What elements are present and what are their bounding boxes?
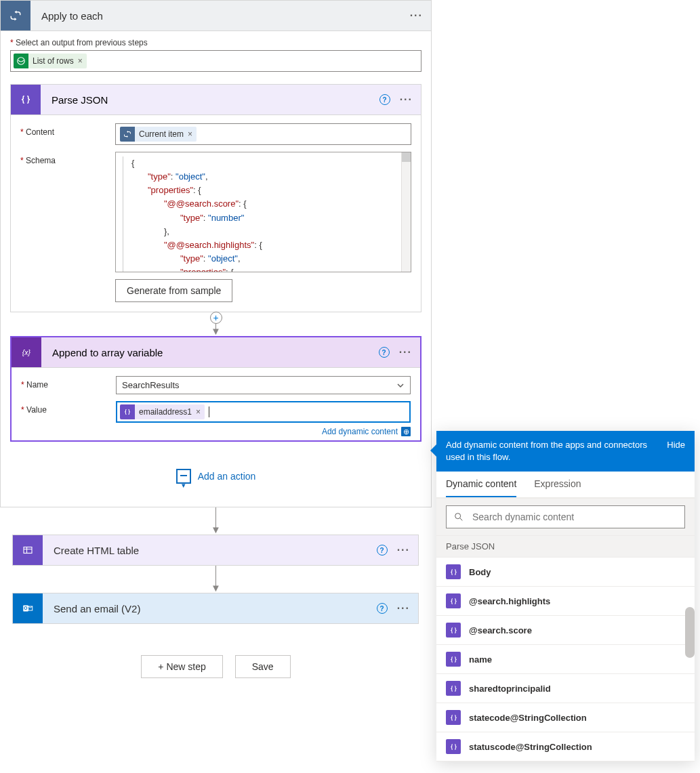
connector-arrow: ▼ [0,507,432,535]
create-html-table-card[interactable]: Create HTML table ? ··· [12,535,419,566]
parse-json-header[interactable]: Parse JSON ? ··· [11,85,421,115]
generate-from-sample-button[interactable]: Generate from sample [115,279,232,302]
connector-arrow: ▼ [0,566,432,593]
dynamic-content-item[interactable]: statecode@StringCollection [436,703,695,732]
schema-textarea[interactable]: {"type": "object","properties": {"@@sear… [115,152,411,272]
apply-to-each-header[interactable]: Apply to each ··· [1,1,431,31]
dynamic-content-group-label: Parse JSON [436,536,695,558]
parse-json-icon [120,404,135,419]
more-icon[interactable]: ··· [399,349,412,356]
token-current-item[interactable]: Current item × [120,127,197,142]
outlook-icon: O [13,593,43,623]
dataverse-icon [14,54,28,68]
dynamic-content-item[interactable]: statuscode@StringCollection [436,732,695,761]
output-label: * Select an output from previous steps [10,38,421,47]
remove-token-icon[interactable]: × [188,129,197,139]
text-cursor [209,406,209,417]
parse-json-icon [446,593,461,608]
send-email-title: Send an email (V2) [43,603,377,614]
more-icon[interactable]: ··· [410,12,423,19]
parse-json-icon [11,85,41,114]
search-dynamic-content-input[interactable] [446,505,685,528]
parse-json-icon [446,681,461,696]
panel-caret-icon [430,444,436,457]
append-to-array-card: {x} Append to array variable ? ··· * Nam… [10,336,421,442]
name-label: * Name [21,376,116,394]
token-emailaddress1[interactable]: emailaddress1 × [120,404,205,419]
dynamic-content-item[interactable]: @search.highlights [436,587,695,616]
svg-point-6 [455,514,461,519]
svg-text:O: O [24,606,27,610]
content-label: * Content [20,123,115,145]
save-button[interactable]: Save [235,655,291,678]
scrollbar[interactable] [401,152,411,272]
output-from-previous-steps-input[interactable]: List of rows × [10,50,421,72]
dynamic-content-item[interactable]: @search.score [436,616,695,645]
search-icon [453,511,464,522]
variable-name-select[interactable]: SearchResults [116,376,411,394]
parse-json-icon [446,623,461,638]
tab-dynamic-content[interactable]: Dynamic content [446,478,516,497]
help-icon[interactable]: ? [379,347,390,358]
parse-json-icon [446,710,461,725]
dynamic-content-item[interactable]: name [436,645,695,674]
value-input[interactable]: emailaddress1 × [116,401,411,423]
insert-step-button[interactable]: + [210,312,222,324]
send-email-card[interactable]: O Send an email (V2) ? ··· [12,593,419,624]
add-dynamic-content-icon: ⊕ [401,427,411,436]
remove-token-icon[interactable]: × [78,56,87,66]
connector-arrow: + ▼ [10,312,421,336]
parse-json-icon [446,564,461,579]
chevron-down-icon [396,381,405,390]
variable-icon: {x} [12,337,41,367]
for-each-icon [1,1,30,30]
append-header[interactable]: {x} Append to array variable ? ··· [12,337,420,368]
parse-json-title: Parse JSON [41,94,379,106]
svg-rect-2 [24,547,32,553]
dynamic-content-item[interactable]: sharedtoprincipalid [436,674,695,703]
add-action-icon [176,469,191,484]
scrollbar-thumb[interactable] [685,607,695,658]
apply-to-each-card: Apply to each ··· * Select an output fro… [0,0,432,507]
content-input[interactable]: Current item × [115,123,411,145]
tab-expression[interactable]: Expression [534,478,581,497]
more-icon[interactable]: ··· [400,96,413,103]
dynamic-content-item[interactable]: Body [436,558,695,587]
add-action-button[interactable]: Add an action [10,442,421,497]
parse-json-icon [446,652,461,667]
parse-json-icon [446,739,461,754]
more-icon[interactable]: ··· [397,605,410,612]
value-label: * Value [21,401,116,423]
append-title: Append to array variable [41,347,379,358]
dynamic-content-panel: Add dynamic content from the apps and co… [436,431,695,761]
token-list-of-rows[interactable]: List of rows × [14,54,87,68]
help-icon[interactable]: ? [377,545,388,556]
add-dynamic-content-link[interactable]: Add dynamic content ⊕ [21,424,411,436]
for-each-icon [120,127,135,142]
svg-text:{x}: {x} [22,348,31,356]
help-icon[interactable]: ? [377,603,388,614]
schema-label: * Schema [20,152,115,272]
dynamic-content-header: Add dynamic content from the apps and co… [436,431,695,472]
more-icon[interactable]: ··· [397,547,410,553]
apply-to-each-title: Apply to each [30,10,410,22]
remove-token-icon[interactable]: × [196,407,205,417]
new-step-button[interactable]: + New step [141,655,222,678]
help-icon[interactable]: ? [379,94,390,105]
html-table-icon [13,535,43,565]
create-html-title: Create HTML table [43,545,377,556]
hide-link[interactable]: Hide [667,439,685,463]
parse-json-card: Parse JSON ? ··· * Content Curr [10,84,421,312]
